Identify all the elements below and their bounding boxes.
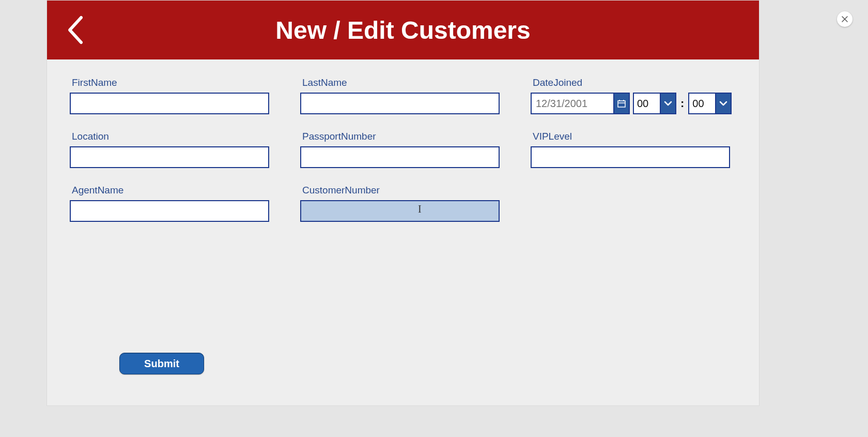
input-customer-number[interactable] (300, 200, 500, 222)
form-row-3: AgentName CustomerNumber I (70, 185, 736, 222)
hour-value[interactable] (633, 93, 660, 114)
minute-select[interactable] (688, 93, 732, 114)
form-area: FirstName LastName DateJoined (47, 59, 759, 222)
chevron-down-icon (719, 100, 727, 107)
label-agent-name: AgentName (72, 185, 269, 196)
input-last-name[interactable] (300, 93, 500, 114)
label-location: Location (72, 131, 269, 142)
label-vip-level: VIPLevel (533, 131, 730, 142)
calendar-icon (617, 99, 626, 108)
form-row-2: Location PassportNumber VIPLevel (70, 131, 736, 168)
label-date-joined: DateJoined (533, 77, 730, 88)
form-row-1: FirstName LastName DateJoined (70, 77, 736, 114)
header-bar: New / Edit Customers (47, 1, 759, 59)
input-date-joined[interactable] (531, 93, 613, 114)
field-first-name: FirstName (70, 77, 269, 114)
input-vip-level[interactable] (531, 146, 730, 168)
back-button[interactable] (60, 13, 91, 47)
calendar-button[interactable] (613, 93, 630, 114)
field-date-joined: DateJoined (531, 77, 730, 114)
submit-button[interactable]: Submit (119, 353, 204, 374)
svg-rect-0 (618, 101, 625, 107)
close-icon (841, 16, 848, 23)
minute-dropdown-button[interactable] (715, 93, 732, 114)
time-separator: : (679, 97, 685, 110)
page-title: New / Edit Customers (275, 16, 530, 44)
input-location[interactable] (70, 146, 269, 168)
field-agent-name: AgentName (70, 185, 269, 222)
date-time-group: : (531, 93, 730, 114)
close-button[interactable] (837, 11, 853, 27)
input-passport-number[interactable] (300, 146, 500, 168)
chevron-left-icon (66, 14, 86, 46)
input-agent-name[interactable] (70, 200, 269, 222)
label-last-name: LastName (302, 77, 500, 88)
label-first-name: FirstName (72, 77, 269, 88)
field-passport-number: PassportNumber (300, 131, 500, 168)
input-first-name[interactable] (70, 93, 269, 114)
minute-value[interactable] (688, 93, 715, 114)
field-last-name: LastName (300, 77, 500, 114)
label-passport-number: PassportNumber (302, 131, 500, 142)
hour-dropdown-button[interactable] (660, 93, 676, 114)
field-customer-number: CustomerNumber I (300, 185, 500, 222)
field-location: Location (70, 131, 269, 168)
field-vip-level: VIPLevel (531, 131, 730, 168)
form-panel: New / Edit Customers FirstName LastName … (47, 0, 760, 406)
hour-select[interactable] (633, 93, 676, 114)
app-root: New / Edit Customers FirstName LastName … (0, 0, 868, 437)
date-input-wrap (531, 93, 630, 114)
label-customer-number: CustomerNumber (302, 185, 500, 196)
chevron-down-icon (664, 100, 672, 107)
